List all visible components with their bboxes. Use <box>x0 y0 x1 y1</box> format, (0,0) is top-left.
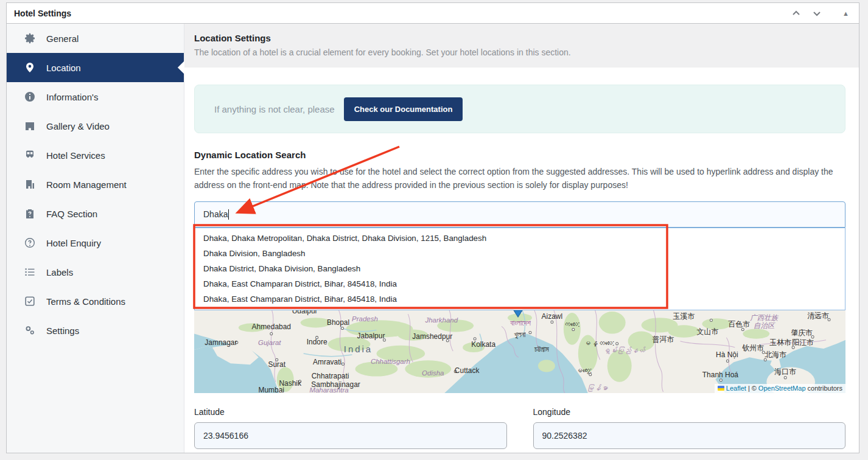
location-map[interactable]: AhmedabadJamnagarGujaratIndoreUdaipurBho… <box>194 310 845 393</box>
map-label: Indore <box>307 338 327 346</box>
check-documentation-button[interactable]: Check our Documentation <box>344 97 463 121</box>
sidebar-item-location[interactable]: Location <box>7 53 184 82</box>
sidebar-item-label: Terms & Conditions <box>46 296 125 307</box>
map-city-dot <box>784 376 786 378</box>
documentation-banner: If anything is not clear, please Check o… <box>194 85 845 133</box>
text-caret <box>228 209 229 220</box>
map-label: 阳江市 <box>792 338 814 347</box>
map-attribution: Leaflet | © OpenStreetMap contributors <box>715 384 845 393</box>
coordinates-row: Latitude Longitude <box>194 407 845 459</box>
map-city-dot <box>710 319 712 321</box>
move-up-button[interactable] <box>789 7 803 19</box>
location-search-input[interactable]: Dhaka <box>194 201 845 228</box>
leaflet-link[interactable]: Leaflet <box>726 385 746 392</box>
gear-icon <box>24 32 36 44</box>
map-label: India <box>344 344 373 354</box>
move-down-button[interactable] <box>810 7 824 19</box>
map-label: Mumbai <box>258 386 284 393</box>
sidebar-item-label: Hotel Enquiry <box>46 238 101 248</box>
suggestion-item-2[interactable]: Dhaka Division, Bangladesh <box>195 246 845 261</box>
collapse-toggle-button[interactable]: ▲ <box>840 9 852 18</box>
map-label: Jamshedpur <box>412 332 452 340</box>
sidebar-item-hotel-enquiry[interactable]: Hotel Enquiry <box>7 228 184 257</box>
map-city-dot <box>529 331 531 333</box>
map-city-dot <box>726 360 729 362</box>
search-input-value: Dhaka <box>203 209 228 219</box>
map-city-dot <box>342 363 345 365</box>
map-label: မကွေး: <box>575 366 592 374</box>
map-label: မန္တလေး: <box>583 339 614 347</box>
map-label: Jharkhand <box>424 316 458 324</box>
suggestion-item-5[interactable]: Dhaka, East Champaran District, Bihar, 8… <box>195 291 845 307</box>
sidebar-item-label: Labels <box>46 267 73 277</box>
map-label: খুলনা <box>514 330 526 340</box>
sidebar-item-terms-conditions[interactable]: Terms & Conditions <box>7 287 184 316</box>
sidebar-item-hotel-services[interactable]: Hotel Services <box>7 141 184 170</box>
map-label: Chhatrapati <box>312 371 349 380</box>
map-label: 清远市 <box>807 312 829 320</box>
sidebar-item-labels[interactable]: Labels <box>7 257 184 287</box>
chevron-down-icon <box>812 9 822 18</box>
map-label: Surat <box>268 360 285 369</box>
gallery-icon <box>24 120 36 132</box>
map-city-dot <box>719 378 722 381</box>
address-suggestions-dropdown: Dhaka, Dhaka Metropolitan, Dhaka Distric… <box>194 228 845 310</box>
sidebar-item-label: Gallery & Video <box>46 121 110 131</box>
map-label: မြန်မာ <box>587 384 609 392</box>
map-label: চট্টগ্রাম <box>534 345 549 354</box>
map-city-dot <box>551 321 553 323</box>
sidebar-item-label: FAQ Section <box>46 209 97 219</box>
map-label: ကလေး: <box>563 320 579 329</box>
map-label: 钦州市 <box>742 344 764 352</box>
chevron-up-icon <box>791 9 801 18</box>
latitude-label: Latitude <box>194 407 507 417</box>
sidebar-item-information-s[interactable]: Information's <box>7 82 184 111</box>
longitude-label: Longitude <box>533 407 846 417</box>
copyright-symbol: © <box>752 385 757 392</box>
attribution-suffix: contributors <box>808 385 842 392</box>
map-label: Thanh Hoá <box>702 370 738 378</box>
suggestion-item-3[interactable]: Dhaka District, Dhaka Division, Banglade… <box>195 261 845 276</box>
sidebar-item-gallery-video[interactable]: Gallery & Video <box>7 111 184 141</box>
settings-icon <box>24 324 36 336</box>
map-label: Pradesh <box>352 315 378 322</box>
map-label: 普洱市 <box>653 335 674 343</box>
map-label: Jabalpur <box>357 331 385 340</box>
map-label: Cuttack <box>455 366 480 374</box>
latitude-field[interactable] <box>194 422 507 449</box>
location-search-area: Dhaka Dhaka, Dhaka Metropolitan, Dhaka D… <box>194 201 845 393</box>
sidebar-item-label: Information's <box>46 92 98 102</box>
sidebar-item-label: Room Management <box>46 179 127 190</box>
longitude-field[interactable] <box>533 422 846 449</box>
main-content: Location Settings The location of a hote… <box>184 24 859 453</box>
openstreetmap-link[interactable]: OpenStreetMap <box>758 385 806 392</box>
services-icon <box>24 149 36 161</box>
location-pin-icon <box>24 61 36 74</box>
map-label: Bhopal <box>327 318 349 327</box>
metabox-header: Hotel Settings ▲ <box>7 3 859 24</box>
section-header: Location Settings The location of a hote… <box>184 24 859 68</box>
sidebar-item-label: General <box>46 33 79 44</box>
sidebar-item-room-management[interactable]: Room Management <box>7 170 184 199</box>
map-label: 文山市 <box>696 327 718 335</box>
dynamic-location-search-title: Dynamic Location Search <box>194 150 845 160</box>
sidebar-item-label: Location <box>46 63 81 73</box>
sidebar-item-settings[interactable]: Settings <box>7 316 184 345</box>
suggestion-item-1[interactable]: Dhaka, Dhaka Metropolitan, Dhaka Distric… <box>195 231 845 246</box>
window-title: Hotel Settings <box>14 9 71 18</box>
suggestion-item-4[interactable]: Dhaka, East Champaran District, Bihar, 8… <box>195 276 845 291</box>
openstreetmap-canvas: AhmedabadJamnagarGujaratIndoreUdaipurBho… <box>194 310 845 393</box>
faq-icon <box>24 207 36 220</box>
map-label: 玉林市 <box>769 338 791 347</box>
page-title: Location Settings <box>194 33 843 43</box>
terms-icon <box>24 295 36 307</box>
settings-sidebar: GeneralLocationInformation'sGallery & Vi… <box>7 24 184 453</box>
sidebar-item-faq-section[interactable]: FAQ Section <box>7 199 184 228</box>
map-label: 海口市 <box>774 367 796 375</box>
sidebar-item-general[interactable]: General <box>7 24 184 53</box>
map-label: 广西壮族 <box>750 314 779 321</box>
map-label: বাংলাদেশ <box>509 319 531 327</box>
labels-icon <box>24 266 36 278</box>
dynamic-location-search-description: Enter the specific address you wish to u… <box>194 165 845 192</box>
map-label: Kolkata <box>471 340 495 349</box>
